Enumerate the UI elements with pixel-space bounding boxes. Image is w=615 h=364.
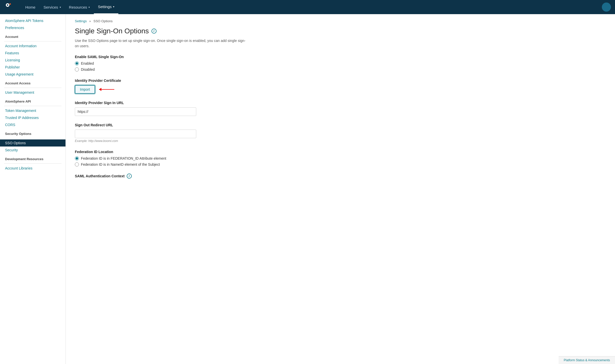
main-content: Settings » SSO Options Single Sign-On Op… [66, 14, 293, 364]
sidebar-item-cors[interactable]: CORS [0, 121, 65, 128]
enable-saml-label: Enable SAML Single Sign-On [75, 55, 284, 59]
sidebar-divider-security-options [4, 138, 61, 138]
enable-saml-section: Enable SAML Single Sign-On Enabled Disab… [75, 55, 284, 71]
identity-cert-label: Identity Provider Certificate [75, 79, 284, 83]
saml-disabled-radio[interactable] [75, 67, 79, 71]
nav-right [602, 3, 611, 12]
saml-enabled-radio[interactable] [75, 61, 79, 65]
top-nav: Home Services ▾ Resources ▾ Settings ▾ [0, 0, 615, 14]
identity-cert-section: Identity Provider Certificate Import [75, 79, 284, 94]
federation-id-radio-group: Federation ID is in FEDERATION_ID Attrib… [75, 156, 284, 166]
breadcrumb-separator: » [89, 19, 91, 23]
sidebar: AtomSphere API Tokens Preferences Accoun… [0, 14, 66, 364]
sign-in-url-input[interactable] [75, 107, 196, 116]
sidebar-item-sso-options[interactable]: SSO Options [0, 139, 65, 147]
enable-saml-radio-group: Enabled Disabled [75, 61, 284, 71]
sidebar-item-atomsphere-api-tokens[interactable]: AtomSphere API Tokens [0, 17, 65, 24]
saml-auth-section: SAML Authentication Context i [75, 174, 284, 179]
sign-out-url-section: Sign Out Redirect URL Example: http://ww… [75, 123, 284, 143]
sidebar-item-preferences[interactable]: Preferences [0, 24, 65, 31]
import-button[interactable]: Import [75, 85, 95, 94]
services-caret-icon: ▾ [60, 6, 61, 9]
sidebar-item-token-management[interactable]: Token Management [0, 107, 65, 114]
sidebar-section-security-options: Security Options [0, 128, 65, 137]
sidebar-item-trusted-ip-addresses[interactable]: Trusted IP Addresses [0, 114, 65, 121]
logo[interactable] [4, 2, 15, 13]
federation-id-section: Federation ID Location Federation ID is … [75, 150, 284, 166]
sidebar-divider-atomsphere-api [4, 106, 61, 106]
federation-id-option-1[interactable]: Federation ID is in NameID element of th… [75, 162, 284, 166]
breadcrumb: Settings » SSO Options [75, 19, 284, 23]
sidebar-section-dev-resources: Development Resources [0, 154, 65, 162]
sidebar-item-user-management[interactable]: User Management [0, 89, 65, 96]
federation-id-label: Federation ID Location [75, 150, 284, 154]
import-btn-wrapper: Import [75, 85, 284, 94]
saml-auth-info-icon[interactable]: i [127, 174, 132, 179]
saml-disabled-option[interactable]: Disabled [75, 67, 284, 71]
settings-caret-icon: ▾ [113, 5, 114, 8]
sign-in-url-section: Identity Provider Sign In URL [75, 101, 284, 116]
sign-out-url-hint: Example: http://www.boomi.com [75, 139, 284, 143]
sidebar-section-account: Account [0, 31, 65, 40]
sidebar-item-account-libraries[interactable]: Account Libraries [0, 165, 65, 172]
page-title: Single Sign-On Options i [75, 27, 284, 35]
svg-point-2 [7, 4, 8, 6]
sidebar-divider-dev-resources [4, 163, 61, 164]
breadcrumb-current: SSO Options [93, 19, 113, 23]
sidebar-item-usage-agreement[interactable]: Usage Agreement [0, 71, 65, 78]
nav-resources[interactable]: Resources ▾ [65, 0, 94, 14]
sidebar-section-account-access: Account Access [0, 78, 65, 87]
svg-point-3 [9, 3, 11, 5]
sign-out-url-label: Sign Out Redirect URL [75, 123, 284, 127]
sidebar-item-publisher[interactable]: Publisher [0, 64, 65, 71]
sidebar-divider-account-access [4, 88, 61, 88]
saml-enabled-option[interactable]: Enabled [75, 61, 284, 65]
saml-auth-label: SAML Authentication Context i [75, 174, 284, 179]
sidebar-section-atomsphere-api: AtomSphere API [0, 96, 65, 105]
page-title-info-icon[interactable]: i [151, 29, 157, 34]
layout: AtomSphere API Tokens Preferences Accoun… [0, 14, 615, 364]
sidebar-item-features[interactable]: Features [0, 50, 65, 57]
nav-settings[interactable]: Settings ▾ [94, 0, 118, 14]
page-description: Use the SSO Options page to set up singl… [75, 38, 247, 49]
federation-id-option-0[interactable]: Federation ID is in FEDERATION_ID Attrib… [75, 156, 284, 160]
sign-out-url-input[interactable] [75, 130, 196, 138]
sidebar-item-account-information[interactable]: Account Information [0, 42, 65, 50]
arrow-line [99, 89, 114, 90]
nav-home[interactable]: Home [21, 0, 39, 14]
sign-in-url-label: Identity Provider Sign In URL [75, 101, 284, 105]
sidebar-item-security[interactable]: Security [0, 147, 65, 154]
resources-caret-icon: ▾ [89, 6, 90, 9]
federation-id-radio-0[interactable] [75, 156, 79, 160]
import-arrow-indicator [99, 89, 114, 90]
footer-bar[interactable]: Platform Status & Announcements [559, 356, 615, 364]
avatar[interactable] [602, 3, 611, 12]
sidebar-divider-account [4, 41, 61, 41]
nav-services[interactable]: Services ▾ [39, 0, 65, 14]
sidebar-item-licensing[interactable]: Licensing [0, 57, 65, 64]
breadcrumb-parent[interactable]: Settings [75, 19, 87, 23]
federation-id-radio-1[interactable] [75, 162, 79, 166]
